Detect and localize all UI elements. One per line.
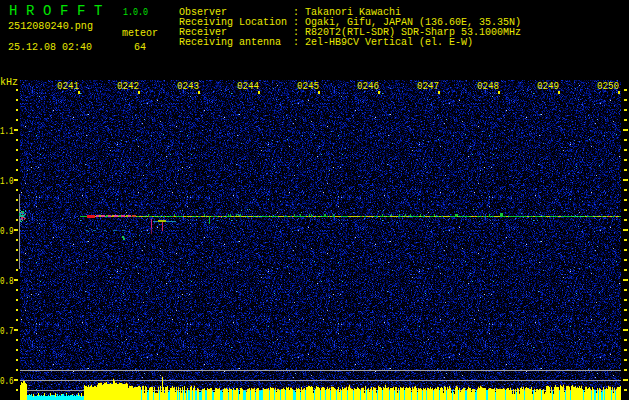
svg-text:1.0.0: 1.0.0: [123, 7, 148, 18]
svg-text:0247: 0247: [417, 80, 439, 92]
svg-text:0243: 0243: [177, 80, 199, 92]
svg-text:F: F: [77, 3, 85, 19]
svg-text:kHz: kHz: [0, 77, 18, 88]
svg-text:0246: 0246: [357, 80, 379, 92]
svg-text:T: T: [94, 3, 102, 19]
svg-text:0249: 0249: [537, 80, 559, 92]
svg-text:0.7: 0.7: [0, 325, 14, 337]
svg-text:64: 64: [134, 41, 146, 53]
svg-text:0.9: 0.9: [0, 225, 14, 237]
svg-text:0.6: 0.6: [0, 375, 14, 387]
svg-text:Receiving antenna : 2el-HB9CV: Receiving antenna : 2el-HB9CV Vertical (…: [179, 37, 473, 48]
svg-text:meteor: meteor: [122, 27, 158, 39]
svg-text:0241: 0241: [57, 80, 79, 92]
svg-text:0244: 0244: [237, 80, 259, 92]
svg-text:1.1: 1.1: [0, 125, 14, 137]
svg-text:H: H: [9, 3, 17, 19]
svg-text:0.8: 0.8: [0, 275, 14, 287]
svg-text:0250: 0250: [597, 80, 619, 92]
svg-text:O: O: [43, 3, 51, 19]
svg-text:0242: 0242: [117, 80, 139, 92]
svg-text:25.12.08 02:40: 25.12.08 02:40: [8, 41, 92, 53]
svg-text:1.0: 1.0: [0, 175, 14, 187]
svg-text:R: R: [26, 3, 35, 19]
svg-text:0245: 0245: [297, 80, 319, 92]
svg-text:2512080240.png: 2512080240.png: [8, 20, 93, 32]
svg-text:F: F: [60, 3, 68, 19]
svg-text:0248: 0248: [477, 80, 499, 92]
